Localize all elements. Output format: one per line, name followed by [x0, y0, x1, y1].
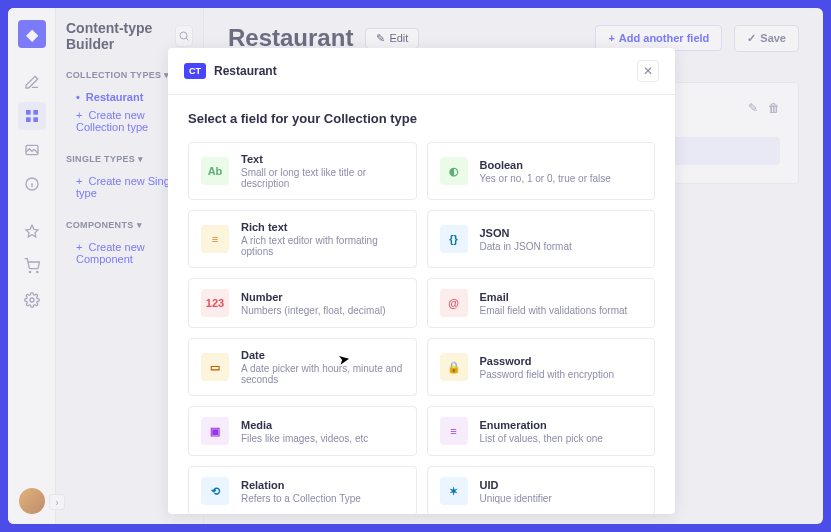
field-desc: Small or long text like title or descrip…	[241, 167, 404, 189]
field-desc: Refers to a Collection Type	[241, 493, 361, 504]
field-desc: Email field with validations format	[480, 305, 628, 316]
field-card-number[interactable]: 123NumberNumbers (integer, float, decima…	[188, 278, 417, 328]
field-name: Media	[241, 419, 368, 431]
ct-badge: CT	[184, 63, 206, 79]
field-desc: Password field with encryption	[480, 369, 615, 380]
field-name: Email	[480, 291, 628, 303]
field-card-date[interactable]: ▭DateA date picker with hours, minute an…	[188, 338, 417, 396]
field-card-media[interactable]: ▣MediaFiles like images, videos, etc	[188, 406, 417, 456]
field-name: Password	[480, 355, 615, 367]
field-desc: List of values, then pick one	[480, 433, 603, 444]
field-card-rich-text[interactable]: ≡Rich textA rich text editor with format…	[188, 210, 417, 268]
field-desc: Yes or no, 1 or 0, true or false	[480, 173, 611, 184]
field-icon-json: {}	[440, 225, 468, 253]
field-icon-password: 🔒	[440, 353, 468, 381]
field-icon-media: ▣	[201, 417, 229, 445]
field-name: Date	[241, 349, 404, 361]
field-desc: Numbers (integer, float, decimal)	[241, 305, 386, 316]
field-card-uid[interactable]: ✶UIDUnique identifier	[427, 466, 656, 514]
field-desc: Files like images, videos, etc	[241, 433, 368, 444]
field-name: Enumeration	[480, 419, 603, 431]
field-card-enumeration[interactable]: ≡EnumerationList of values, then pick on…	[427, 406, 656, 456]
field-card-relation[interactable]: ⟲RelationRefers to a Collection Type	[188, 466, 417, 514]
field-card-boolean[interactable]: ◐BooleanYes or no, 1 or 0, true or false	[427, 142, 656, 200]
field-desc: Unique identifier	[480, 493, 552, 504]
cursor-icon: ➤	[337, 350, 352, 368]
field-icon-number: 123	[201, 289, 229, 317]
field-icon-email: @	[440, 289, 468, 317]
field-name: Boolean	[480, 159, 611, 171]
field-desc: A rich text editor with formating option…	[241, 235, 404, 257]
field-icon-rich-text: ≡	[201, 225, 229, 253]
field-icon-enumeration: ≡	[440, 417, 468, 445]
field-card-text[interactable]: AbTextSmall or long text like title or d…	[188, 142, 417, 200]
modal-title: Restaurant	[214, 64, 277, 78]
field-name: Relation	[241, 479, 361, 491]
close-icon[interactable]: ✕	[637, 60, 659, 82]
field-name: JSON	[480, 227, 572, 239]
field-card-json[interactable]: {}JSONData in JSON format	[427, 210, 656, 268]
field-icon-boolean: ◐	[440, 157, 468, 185]
field-icon-relation: ⟲	[201, 477, 229, 505]
field-name: Text	[241, 153, 404, 165]
field-name: Number	[241, 291, 386, 303]
modal-subtitle: Select a field for your Collection type	[188, 111, 655, 126]
field-icon-text: Ab	[201, 157, 229, 185]
field-icon-date: ▭	[201, 353, 229, 381]
field-card-email[interactable]: @EmailEmail field with validations forma…	[427, 278, 656, 328]
field-icon-uid: ✶	[440, 477, 468, 505]
field-name: UID	[480, 479, 552, 491]
field-picker-modal: CT Restaurant ✕ Select a field for your …	[168, 48, 675, 514]
field-card-password[interactable]: 🔒PasswordPassword field with encryption	[427, 338, 656, 396]
field-desc: Data in JSON format	[480, 241, 572, 252]
field-desc: A date picker with hours, minute and sec…	[241, 363, 404, 385]
field-name: Rich text	[241, 221, 404, 233]
